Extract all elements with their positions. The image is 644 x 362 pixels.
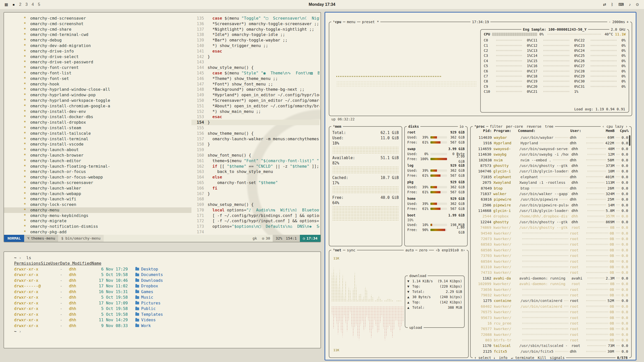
interval-decrease-button[interactable]: - [609,19,611,24]
net-interface-selector[interactable]: ‹b enp191s0 n› [434,248,467,253]
proc-option-button[interactable]: filter [490,124,503,129]
tab-net[interactable]: ³net [331,248,343,253]
process-row[interactable]: 102099 kworker/ avahi-daemon: running [ … [473,281,628,287]
proc-option-button[interactable]: reverse [527,124,541,129]
process-row[interactable]: 94540 kworker/ root 0B 0.0 [473,231,628,236]
tray-icon[interactable]: ⊙ [636,2,639,7]
file-item[interactable]: * omarchy-launch-screensaver [4,180,191,186]
file-item[interactable]: * omarchy-launch-or-focus-webapp [4,174,191,180]
tab-proc[interactable]: ⁴proc [473,124,486,129]
process-row[interactable]: 114668 glycin-i /usr/lib/glycin-loaders … [473,208,628,213]
file-item[interactable]: * omarchy-launch-about [4,147,191,153]
file-item[interactable]: * omarchy-hook [4,81,191,87]
process-row[interactable]: 102638 nvim nvim --embed . dhh 58M 0.0 [473,157,628,163]
interval-increase-button[interactable]: + [627,19,629,24]
workspace-item[interactable]: 3 [25,2,28,7]
process-row[interactable]: 16 rcu_pree root 0B 0.0 [473,321,628,326]
process-row[interactable]: 1916 Hyprland Hyprland dhh 422M 0.0 [473,140,628,146]
file-item[interactable]: * omarchy-drive-select [4,54,191,60]
file-item[interactable]: * omarchy-install-docker-dbs [4,114,191,120]
net-auto-toggle[interactable]: auto [404,248,415,253]
process-row[interactable]: 71837 walker /usr/bin/walker --gappl dhh… [473,191,628,197]
file-item[interactable]: * omarchy-launch-floating-terminal- [4,164,191,169]
process-row[interactable]: 1170 tailscal /usr/sbin/tailscaled -- ro… [473,343,628,348]
proc-sort-selector[interactable]: ‹ cpu lazy › [601,124,629,129]
workspace-item[interactable]: 5 [38,2,40,7]
process-row[interactable]: 68586 kworker/ root 0B 0.0 [473,247,628,253]
proc-option-button[interactable]: tree [545,124,553,129]
file-item[interactable]: * omarchy-debug [4,37,191,43]
process-row[interactable]: 76575 kworker/ root 0B 0.0 [473,309,628,315]
process-row[interactable]: 79032 kworker/ root 0B 0.0 [473,292,628,298]
file-item[interactable]: * omarchy-launch-editor [4,158,191,164]
file-item[interactable]: * omarchy-cmd-screenshot [4,21,191,27]
prompt-line[interactable]: ~ › [14,329,320,334]
file-item[interactable]: * omarchy-lock-screen [4,202,191,207]
process-row[interactable]: 73656 kworker/ root 0B 0.0 [473,287,628,292]
kill-button[interactable]: Kill [538,355,546,360]
workspace-item[interactable]: 2 [19,2,21,7]
process-scrollbar[interactable] [629,135,630,146]
file-item[interactable]: * omarchy-drive-info [4,49,191,54]
process-row[interactable]: 2125 fcitx5 /usr/bin/fcitx5 dhh 30M 0.0 [473,349,628,354]
info-button[interactable]: info [499,355,507,360]
terminal-window[interactable]: ~ › ls PermissionsSizeUserDate ModifiedN… [4,251,321,348]
process-row[interactable]: 95673 kworker/ root 0B 0.0 [473,315,628,321]
process-row[interactable]: 803 btrfs-tr root 0B 0.0 [473,337,628,343]
process-row[interactable]: 74733 kworker/ root 0B 0.0 [473,270,628,275]
file-item[interactable]: * omarchy-install-tailscale [4,131,191,136]
clock[interactable]: Monday 17:34 [309,2,335,7]
process-row[interactable]: 1162 avahi-da avahi-daemon: running [ av… [473,276,628,281]
workspace-1-active[interactable]: ■ [13,3,15,7]
process-row[interactable]: 2506 pipewire /usr/bin/pipewire-pulse dh… [473,202,628,208]
tab-cpu[interactable]: ¹cpu [331,19,343,24]
terminate-button[interactable]: ↵ terminate [511,355,534,360]
tray-icon[interactable]: ⌨ [618,2,624,7]
file-item[interactable]: * omarchy-install-dev-env [4,109,191,114]
tray-icon[interactable]: ᛒ [611,2,613,7]
process-row[interactable]: 1275 containe /usr/bin/containerd root 5… [473,298,628,303]
file-item[interactable]: * omarchy-install-dropbox [4,120,191,125]
tray-icon[interactable]: ♪ [629,2,631,7]
tray-icon[interactable]: ⇄ [603,2,606,7]
process-row[interactable]: 72073 kworker/ root 0B 0.0 [473,236,628,242]
process-row[interactable]: 2544 dropbox /home/dhh/.dropbox-dist dhh… [473,213,628,219]
col-program[interactable]: Program: [494,129,518,133]
file-item[interactable]: * omarchy-install-chromium-google-a [4,103,191,109]
file-item[interactable]: * omarchy-notification-dismiss [4,224,191,229]
col-mem[interactable]: MemB [585,129,615,133]
select-buttons[interactable]: ↑ select ↓ [474,355,495,360]
file-item[interactable]: * omarchy-cmd-screensaver [4,16,191,21]
file-item[interactable]: * omarchy-font-current [4,65,191,70]
process-row[interactable]: 2075 Xwayland Xwayland :1 -rootless - dh… [473,180,628,185]
file-item[interactable]: * omarchy-pkg-add [4,229,191,235]
col-command[interactable]: Command: [518,129,570,133]
launcher-icon[interactable]: ▦ [5,2,8,7]
process-row[interactable]: 68402 kworker/ /usr/bin/containerd root … [473,304,628,309]
col-cpu[interactable]: Cpu% [615,129,629,133]
process-row[interactable]: 73703 kworker/ root 0B 0.0 [473,253,628,258]
file-item[interactable]: * omarchy-launch-or-focus [4,169,191,174]
file-item[interactable]: * omarchy-launch-wifi [4,196,191,202]
file-item[interactable]: * omarchy-menu [4,207,191,213]
file-item[interactable]: * omarchy-launch-browser [4,153,191,158]
process-row[interactable]: 87649 btop btop dhh 26M 0.0 [473,186,628,191]
file-item[interactable]: * omarchy-hyprland-window-pop [4,92,191,98]
signals-button[interactable]: signals [550,355,565,360]
file-item[interactable]: * omarchy-install-vscode [4,142,191,147]
file-item[interactable]: * omarchy-dev-add-migration [4,43,191,49]
file-item[interactable]: * omarchy-font-list [4,70,191,76]
file-item[interactable]: * omarchy-cmd-share [4,27,191,32]
net-zero-toggle[interactable]: zero [417,248,429,253]
col-user[interactable]: User: [570,129,585,133]
process-row[interactable]: 71835 elephant elephant dhh 401M 0.0 [473,174,628,180]
code-pane[interactable]: case $(menu "Toggle" "▢ Screensaver\n☾ N… [208,16,319,235]
process-row[interactable]: 114659 swayosd- /usr/bin/swayosd-server … [473,146,628,152]
file-item[interactable]: * omarchy-drive-set-password [4,59,191,65]
process-row[interactable]: 12244 ghostty /usr/bin/ghostty --gtk- dh… [473,219,628,225]
file-item[interactable]: * omarchy-font-set [4,76,191,81]
process-row[interactable]: 72088 kworker/ root 0B 0.0 [473,332,628,337]
file-item[interactable]: * omarchy-install-terminal [4,136,191,142]
process-row[interactable]: 68584 kworker/ root 0B 0.0 [473,259,628,264]
process-row[interactable]: 104746 glycin-i /usr/lib/glycin-loaders … [473,168,628,174]
